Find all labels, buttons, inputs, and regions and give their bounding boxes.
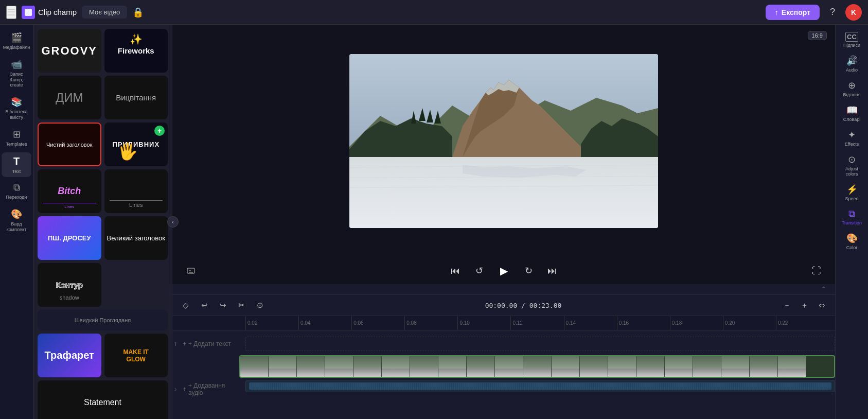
timeline-expand-button[interactable]: ⌃ (821, 285, 827, 293)
add-text-button[interactable]: + + Додати текст (179, 338, 245, 350)
help-button[interactable]: ? (825, 5, 840, 20)
library-icon: 📚 (11, 96, 22, 108)
aspect-ratio-badge: 16:9 (808, 31, 827, 40)
fit-timeline-button[interactable]: ⇔ (814, 298, 829, 312)
right-tool-speed[interactable]: ⚡ Speed (837, 181, 867, 204)
topbar: ☰ Clip champ Моє відео 🔒 ↑ Експорт ? K (0, 0, 868, 25)
text-card-clean[interactable]: Чистий заголовок (38, 123, 101, 166)
text-card-contour[interactable]: Контур shadow (38, 263, 101, 307)
caption-toggle-button[interactable] (183, 263, 199, 279)
text-card-lines[interactable]: Lines (104, 169, 168, 213)
sidebar-item-media-label: Медіафайли (3, 45, 30, 50)
speed-label: Speed (845, 196, 858, 201)
color-icon: 🎨 (846, 233, 858, 244)
statement-text: Statement (84, 398, 121, 407)
right-tool-transition[interactable]: ⧉ Transition (837, 205, 867, 229)
timeline-zoom: － ＋ ⇔ (780, 298, 829, 312)
zoom-out-button[interactable]: － (780, 298, 794, 312)
effects-label: Effects (845, 142, 859, 147)
my-video-button[interactable]: Моє відео (82, 6, 127, 19)
select-tool-button[interactable]: ◇ (179, 298, 193, 312)
timeline-area: 0:02 0:04 0:06 0:08 0:10 0:12 0:14 0:16 … (172, 316, 835, 419)
sidebar-item-record[interactable]: 📹 Запис &amp; create (2, 56, 31, 91)
undo-button[interactable]: ↩ (197, 298, 211, 312)
sidebar-item-transitions-label: Переходи (6, 195, 27, 200)
sidebar-item-media[interactable]: 🎬 Медіафайли (2, 29, 31, 54)
export-upload-icon: ↑ (775, 8, 778, 16)
right-sidebar: CC Підписи 🔊 Audio ⊕ Відтіння 📖 Словарі … (835, 25, 868, 419)
vocabulary-icon: 📖 (846, 104, 858, 116)
sidebar-item-templates[interactable]: ⊞ Templates (2, 126, 31, 150)
audio-strip (245, 380, 835, 392)
playback-center: ⏮ ↺ ▶ ↻ ⏭ (447, 261, 560, 280)
text-track-content (245, 335, 835, 353)
text-card-push[interactable]: ПШ. ДРОСЕУ (38, 216, 101, 260)
save-icon-button[interactable]: 🔒 (132, 7, 144, 18)
video-track (172, 355, 835, 378)
app-name: Clip champ (38, 8, 77, 16)
sidebar-item-text[interactable]: T Text (2, 152, 31, 178)
right-tool-color[interactable]: 🎨 Color (837, 230, 867, 253)
stencil-text: Трафарет (45, 350, 94, 361)
tidal-add-button[interactable]: + (154, 126, 165, 136)
forward-5-button[interactable]: ↻ (520, 263, 537, 279)
contour-text: Контур (56, 281, 83, 289)
next-frame-button[interactable]: ⏭ (544, 263, 560, 279)
right-tool-vocabulary[interactable]: 📖 Словарі (837, 101, 867, 125)
panel-collapse-button[interactable]: ‹ (167, 216, 179, 228)
tidal-text: ПРИЛИВНИХ (112, 141, 160, 148)
fullscreen-button[interactable]: ⛶ (808, 263, 825, 279)
text-card-bighead[interactable]: Великий заголовок (104, 216, 168, 260)
prev-frame-button[interactable]: ⏮ (447, 263, 464, 279)
sidebar-item-library-label: Бібліотека вмісту (4, 109, 29, 120)
add-text-plus-icon: + (183, 340, 186, 347)
text-card-smoke[interactable]: ДИМ (38, 76, 101, 119)
right-tool-effects[interactable]: ✦ Effects (837, 126, 867, 150)
right-tool-audio[interactable]: 🔊 Audio (837, 52, 867, 76)
video-track-content[interactable] (239, 355, 835, 378)
text-card-fade[interactable]: Вицвітання (104, 76, 168, 119)
video-preview-area: 16:9 (172, 25, 835, 257)
play-pause-button[interactable]: ▶ (494, 261, 513, 280)
right-tool-captions[interactable]: CC Підписи (837, 29, 867, 51)
menu-button[interactable]: ☰ (6, 6, 16, 19)
text-card-glow[interactable]: MAKE ITGLOW (104, 334, 168, 377)
sidebar-item-brand[interactable]: 🎨 Бард комплект (2, 205, 31, 236)
sidebar-item-text-label: Text (12, 169, 21, 174)
zoom-in-button[interactable]: ＋ (797, 298, 811, 312)
add-audio-button[interactable]: + + Додавання аудіо (179, 380, 245, 398)
ruler-mark: 0:18 (670, 316, 723, 330)
sidebar-item-transitions[interactable]: ⧉ Переходи (2, 179, 31, 203)
cut-button[interactable]: ✂ (234, 298, 249, 312)
clean-text: Чистий заголовок (44, 139, 94, 150)
playback-controls: ⏮ ↺ ▶ ↻ ⏭ ⛶ (172, 257, 835, 284)
text-card-bitch[interactable]: Bitch Lines (38, 169, 101, 213)
ruler-mark: 0:04 (298, 316, 351, 330)
avatar-button[interactable]: K (845, 4, 862, 21)
color-balance-icon: ⊕ (848, 80, 856, 91)
redo-button[interactable]: ↪ (216, 298, 230, 312)
sidebar-item-library[interactable]: 📚 Бібліотека вмісту (2, 93, 31, 124)
right-tool-color-balance[interactable]: ⊕ Відтіння (837, 77, 867, 100)
right-tool-adjust-colors[interactable]: ⊙ Adjust colors (837, 151, 867, 180)
text-card-fireworks[interactable]: Fireworks ✨ (104, 29, 168, 73)
templates-icon: ⊞ (13, 129, 21, 140)
center-area: 16:9 (172, 25, 835, 419)
timeline-time-display: 00:00.00 / 00:23.00 (271, 302, 775, 309)
playback-right: ⛶ (808, 263, 825, 279)
color-label: Color (846, 245, 858, 250)
video-canvas (349, 54, 658, 228)
topbar-left: ☰ Clip champ Моє відео 🔒 (6, 6, 759, 19)
text-card-groovy[interactable]: GROOVY (38, 29, 101, 73)
rewind-5-button[interactable]: ↺ (471, 263, 487, 279)
text-panel: GROOVY Fireworks ✨ ДИМ Вицвітання Чистий… (33, 25, 172, 419)
export-button[interactable]: ↑ Експорт (766, 5, 820, 20)
text-card-statement[interactable]: Statement (38, 380, 168, 419)
text-card-stencil[interactable]: Трафарет (38, 334, 101, 377)
glow-text: MAKE ITGLOW (123, 348, 149, 363)
text-card-tidal[interactable]: ПРИЛИВНИХ + 🖐️ (104, 123, 168, 166)
text-card-quickprev[interactable]: Швидкий Прогляданя (38, 310, 168, 330)
save-marker-button[interactable]: ⊙ (253, 298, 267, 312)
speed-icon: ⚡ (846, 184, 858, 195)
text-track-label-icon: T (172, 341, 179, 347)
